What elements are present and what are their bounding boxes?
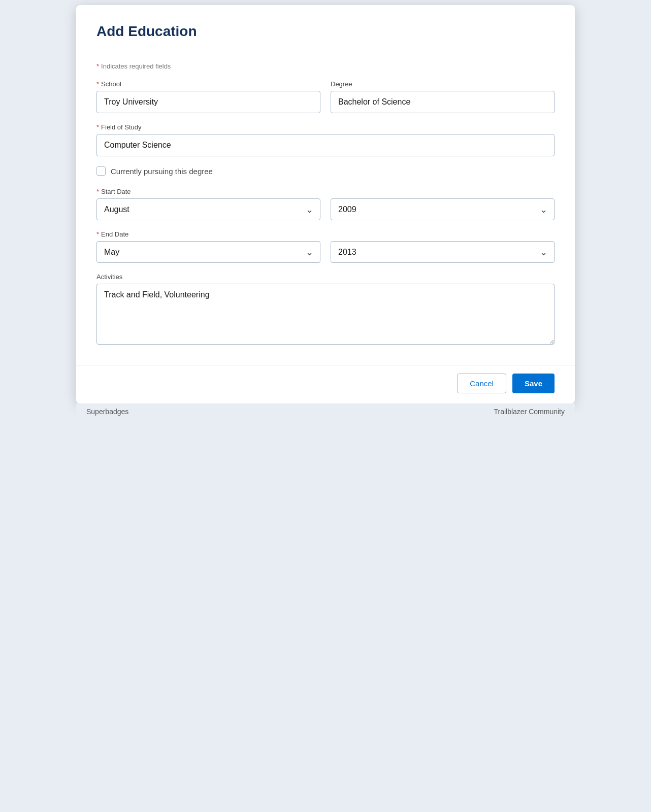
bottom-bar: Superbadges Trailblazer Community <box>76 403 575 420</box>
modal-title: Add Education <box>96 23 555 40</box>
end-year-select[interactable]: 2005 2006 2007 2008 2009 2010 2011 2012 … <box>331 241 555 263</box>
school-degree-row: * School Degree <box>96 80 555 113</box>
end-required-asterisk: * <box>96 230 99 238</box>
start-required-asterisk: * <box>96 188 99 195</box>
modal-header: Add Education <box>76 5 575 50</box>
modal-footer: Cancel Save <box>76 365 575 403</box>
start-year-select[interactable]: 2005 2006 2007 2008 2009 2010 2011 2012 … <box>331 198 555 220</box>
required-asterisk: * <box>96 62 99 70</box>
field-required-asterisk: * <box>96 123 99 131</box>
activities-group: Activities Track and Field, Volunteering <box>96 273 555 345</box>
start-month-wrapper: January February March April May June Ju… <box>96 198 320 220</box>
bottom-bar-left: Superbadges <box>86 408 128 416</box>
currently-pursuing-row: Currently pursuing this degree <box>96 166 555 176</box>
field-of-study-label: * Field of Study <box>96 123 555 131</box>
field-of-study-group: * Field of Study <box>96 123 555 156</box>
school-group: * School <box>96 80 320 113</box>
currently-pursuing-label[interactable]: Currently pursuing this degree <box>111 167 213 176</box>
school-input[interactable] <box>96 91 320 113</box>
activities-row: Activities Track and Field, Volunteering <box>96 273 555 345</box>
start-year-wrapper: 2005 2006 2007 2008 2009 2010 2011 2012 … <box>331 198 555 220</box>
activities-label: Activities <box>96 273 555 281</box>
end-month-select[interactable]: January February March April May June Ju… <box>96 241 320 263</box>
start-date-row: * Start Date January February March Apri… <box>96 188 555 220</box>
end-year-wrapper: 2005 2006 2007 2008 2009 2010 2011 2012 … <box>331 241 555 263</box>
start-date-group: * Start Date January February March Apri… <box>96 188 555 220</box>
save-button[interactable]: Save <box>512 374 555 393</box>
school-required-asterisk: * <box>96 80 99 88</box>
field-of-study-row: * Field of Study <box>96 123 555 156</box>
currently-pursuing-checkbox[interactable] <box>96 166 106 176</box>
activities-textarea[interactable]: Track and Field, Volunteering <box>96 284 555 345</box>
school-label: * School <box>96 80 320 88</box>
degree-input[interactable] <box>331 91 555 113</box>
end-date-row: * End Date January February March April … <box>96 230 555 263</box>
field-of-study-input[interactable] <box>96 134 555 156</box>
end-date-label: * End Date <box>96 230 555 238</box>
cancel-button[interactable]: Cancel <box>457 374 506 393</box>
modal-body: *Indicates required fields * School Degr… <box>76 50 575 365</box>
start-date-label: * Start Date <box>96 188 555 195</box>
bottom-bar-right: Trailblazer Community <box>494 408 565 416</box>
end-month-wrapper: January February March April May June Ju… <box>96 241 320 263</box>
degree-label: Degree <box>331 80 555 88</box>
required-fields-note: *Indicates required fields <box>96 62 555 70</box>
add-education-modal: Add Education *Indicates required fields… <box>76 5 575 403</box>
start-month-select[interactable]: January February March April May June Ju… <box>96 198 320 220</box>
degree-group: Degree <box>331 80 555 113</box>
end-date-group: * End Date January February March April … <box>96 230 555 263</box>
